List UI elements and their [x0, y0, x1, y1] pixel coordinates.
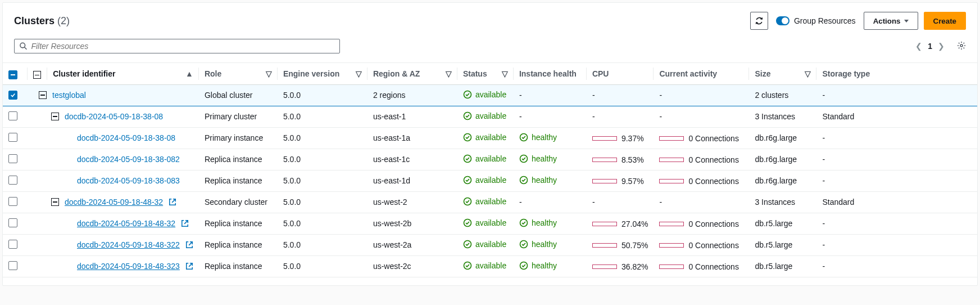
- next-page-button[interactable]: ❯: [938, 42, 945, 51]
- cpu-meter: 8.53%: [592, 155, 644, 164]
- cluster-link[interactable]: docdb-2024-05-09-18-38-08: [77, 133, 175, 142]
- col-engine[interactable]: Engine version: [283, 69, 339, 78]
- row-checkbox[interactable]: [8, 261, 17, 270]
- size-cell: db.r5.large: [749, 255, 816, 277]
- expand-toggle[interactable]: [51, 198, 59, 206]
- filter-input-wrap: [14, 39, 340, 53]
- row-checkbox[interactable]: [8, 176, 17, 185]
- engine-cell: 5.0.0: [278, 170, 368, 191]
- col-health[interactable]: Instance health: [519, 69, 577, 78]
- row-checkbox[interactable]: [8, 91, 17, 100]
- storage-cell: -: [816, 213, 977, 234]
- expand-all[interactable]: [33, 71, 41, 79]
- sort-icon: ▽: [356, 69, 362, 78]
- page-title: Clusters (2): [14, 15, 70, 27]
- title-count: (2): [57, 15, 70, 26]
- role-cell: Primary instance: [199, 127, 278, 149]
- engine-cell: 5.0.0: [278, 234, 368, 255]
- cpu-cell: 9.57%: [587, 170, 654, 191]
- table-row[interactable]: docdb-2024-05-09-18-48-323 Replica insta…: [3, 255, 977, 277]
- cpu-cell: -: [587, 106, 654, 127]
- sort-icon: ▽: [446, 69, 452, 78]
- cluster-link[interactable]: docdb-2024-05-09-18-38-082: [77, 155, 180, 164]
- table-row[interactable]: testglobalGlobal cluster5.0.02 regionsav…: [3, 84, 977, 106]
- table-row[interactable]: docdb-2024-05-09-18-48-322 Replica insta…: [3, 234, 977, 255]
- col-status[interactable]: Status: [463, 69, 487, 78]
- table-row[interactable]: docdb-2024-05-09-18-48-32 Replica instan…: [3, 213, 977, 234]
- create-label: Create: [933, 17, 957, 25]
- table-row[interactable]: docdb-2024-05-09-18-38-083Replica instan…: [3, 170, 977, 191]
- role-cell: Secondary cluster: [199, 191, 278, 213]
- health-cell: -: [514, 106, 587, 127]
- cluster-link[interactable]: docdb-2024-05-09-18-48-322: [77, 240, 180, 249]
- storage-cell: -: [816, 170, 977, 191]
- row-checkbox[interactable]: [8, 218, 17, 227]
- svg-point-1: [960, 44, 963, 47]
- row-checkbox[interactable]: [8, 111, 17, 120]
- region-cell: us-east-1c: [368, 149, 457, 170]
- health-cell: -: [514, 191, 587, 213]
- chevron-down-icon: [904, 20, 909, 23]
- horizontal-scrollbar[interactable]: [3, 277, 977, 285]
- row-checkbox[interactable]: [8, 133, 17, 142]
- col-role[interactable]: Role: [205, 69, 221, 78]
- select-all-checkbox[interactable]: [8, 70, 17, 79]
- cpu-cell: 36.82%: [587, 255, 654, 277]
- activity-meter: 0 Connections: [659, 134, 739, 143]
- activity-cell: 0 Connections: [654, 213, 749, 234]
- activity-cell: 0 Connections: [654, 255, 749, 277]
- table-row[interactable]: docdb-2024-05-09-18-38-08Primary cluster…: [3, 106, 977, 127]
- col-storage[interactable]: Storage type: [822, 69, 870, 78]
- role-cell: Replica instance: [199, 149, 278, 170]
- role-cell: Primary cluster: [199, 106, 278, 127]
- cpu-meter: 27.04%: [592, 219, 648, 228]
- status-badge: available: [463, 154, 506, 163]
- row-checkbox[interactable]: [8, 240, 17, 249]
- gear-icon: [957, 41, 966, 50]
- storage-cell: -: [816, 255, 977, 277]
- status-badge: available: [463, 218, 506, 227]
- size-cell: 3 Instances: [749, 106, 816, 127]
- cluster-link[interactable]: docdb-2024-05-09-18-48-32: [65, 198, 163, 207]
- actions-button[interactable]: Actions: [864, 12, 918, 30]
- cpu-meter: 9.57%: [592, 177, 644, 186]
- col-cpu[interactable]: CPU: [592, 69, 609, 78]
- cluster-link[interactable]: testglobal: [52, 91, 86, 100]
- clusters-table: Cluster identifier▲ Role▽ Engine version…: [3, 63, 977, 277]
- table-scroll[interactable]: Cluster identifier▲ Role▽ Engine version…: [3, 62, 977, 277]
- group-resources-toggle[interactable]: Group Resources: [776, 16, 856, 25]
- col-activity[interactable]: Current activity: [659, 69, 717, 78]
- storage-cell: -: [816, 149, 977, 170]
- size-cell: 3 Instances: [749, 191, 816, 213]
- col-region[interactable]: Region & AZ: [373, 69, 420, 78]
- refresh-icon: [755, 16, 764, 25]
- region-cell: 2 regions: [368, 84, 457, 106]
- prev-page-button[interactable]: ❮: [915, 42, 922, 51]
- storage-cell: -: [816, 234, 977, 255]
- region-cell: us-west-2b: [368, 213, 457, 234]
- row-checkbox[interactable]: [8, 197, 17, 206]
- size-cell: db.r6g.large: [749, 149, 816, 170]
- activity-meter: 0 Connections: [659, 241, 739, 250]
- create-button[interactable]: Create: [924, 12, 967, 30]
- cluster-link[interactable]: docdb-2024-05-09-18-48-32: [77, 219, 175, 228]
- storage-cell: Standard: [816, 106, 977, 127]
- expand-toggle[interactable]: [39, 91, 47, 99]
- cluster-link[interactable]: docdb-2024-05-09-18-38-083: [77, 176, 180, 185]
- cluster-link[interactable]: docdb-2024-05-09-18-38-08: [65, 112, 163, 121]
- col-size[interactable]: Size: [755, 69, 770, 78]
- size-cell: db.r6g.large: [749, 127, 816, 149]
- row-checkbox[interactable]: [8, 154, 17, 163]
- table-row[interactable]: docdb-2024-05-09-18-38-082Replica instan…: [3, 149, 977, 170]
- cluster-link[interactable]: docdb-2024-05-09-18-48-323: [77, 262, 180, 271]
- col-identifier[interactable]: Cluster identifier: [53, 69, 115, 78]
- status-badge: available: [463, 240, 506, 249]
- cpu-cell: 50.75%: [587, 234, 654, 255]
- settings-button[interactable]: [957, 41, 966, 52]
- refresh-button[interactable]: [750, 12, 768, 30]
- expand-toggle[interactable]: [51, 113, 59, 120]
- health-badge: healthy: [519, 176, 557, 185]
- table-row[interactable]: docdb-2024-05-09-18-38-08Primary instanc…: [3, 127, 977, 149]
- table-row[interactable]: docdb-2024-05-09-18-48-32 Secondary clus…: [3, 191, 977, 213]
- search-input[interactable]: [31, 42, 335, 51]
